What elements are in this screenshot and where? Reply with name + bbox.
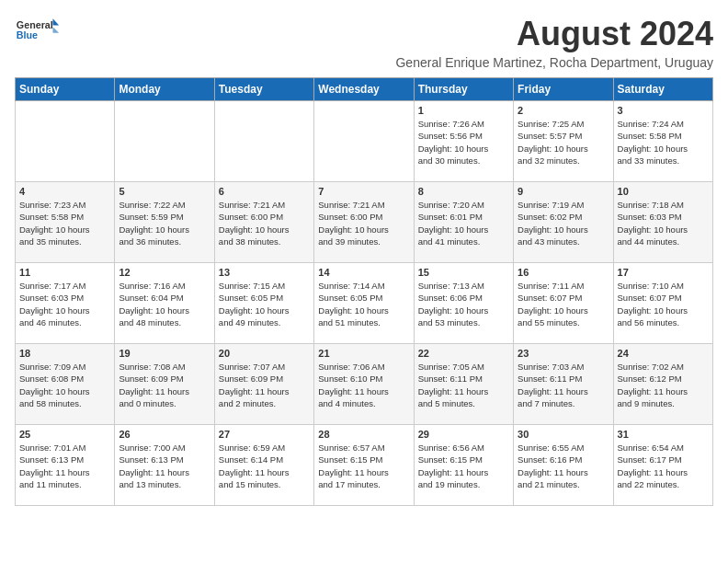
day-number: 13 — [219, 267, 310, 278]
day-number: 7 — [318, 186, 409, 197]
svg-text:Blue: Blue — [17, 29, 38, 40]
day-number: 20 — [219, 348, 310, 359]
day-info: Sunrise: 6:59 AM Sunset: 6:14 PM Dayligh… — [219, 442, 310, 490]
day-number: 10 — [618, 186, 709, 197]
calendar-cell: 10Sunrise: 7:18 AM Sunset: 6:03 PM Dayli… — [613, 182, 712, 263]
day-info: Sunrise: 7:00 AM Sunset: 6:13 PM Dayligh… — [119, 442, 210, 490]
calendar-cell: 18Sunrise: 7:09 AM Sunset: 6:08 PM Dayli… — [16, 344, 115, 425]
calendar-cell: 17Sunrise: 7:10 AM Sunset: 6:07 PM Dayli… — [613, 263, 712, 344]
weekday-header: Wednesday — [314, 78, 414, 101]
calendar-cell: 27Sunrise: 6:59 AM Sunset: 6:14 PM Dayli… — [214, 425, 313, 506]
day-number: 24 — [618, 348, 709, 359]
calendar-cell: 24Sunrise: 7:02 AM Sunset: 6:12 PM Dayli… — [613, 344, 712, 425]
weekday-header: Thursday — [414, 78, 513, 101]
day-info: Sunrise: 7:16 AM Sunset: 6:04 PM Dayligh… — [119, 280, 210, 328]
day-info: Sunrise: 6:57 AM Sunset: 6:15 PM Dayligh… — [318, 442, 409, 490]
calendar-week-row: 1Sunrise: 7:26 AM Sunset: 5:56 PM Daylig… — [16, 101, 713, 182]
calendar-cell: 21Sunrise: 7:06 AM Sunset: 6:10 PM Dayli… — [314, 344, 414, 425]
day-info: Sunrise: 7:06 AM Sunset: 6:10 PM Dayligh… — [318, 361, 409, 409]
day-number: 4 — [19, 186, 110, 197]
calendar-cell: 2Sunrise: 7:25 AM Sunset: 5:57 PM Daylig… — [514, 101, 613, 182]
day-info: Sunrise: 7:21 AM Sunset: 6:00 PM Dayligh… — [318, 199, 409, 247]
day-number: 19 — [119, 348, 210, 359]
calendar-cell: 4Sunrise: 7:23 AM Sunset: 5:58 PM Daylig… — [16, 182, 115, 263]
day-info: Sunrise: 7:07 AM Sunset: 6:09 PM Dayligh… — [219, 361, 310, 409]
weekday-header: Friday — [514, 78, 613, 101]
svg-marker-2 — [53, 18, 60, 25]
day-number: 1 — [418, 105, 509, 116]
day-info: Sunrise: 7:11 AM Sunset: 6:07 PM Dayligh… — [518, 280, 609, 328]
day-info: Sunrise: 7:02 AM Sunset: 6:12 PM Dayligh… — [618, 361, 709, 409]
calendar-week-row: 4Sunrise: 7:23 AM Sunset: 5:58 PM Daylig… — [16, 182, 713, 263]
day-number: 17 — [618, 267, 709, 278]
day-number: 12 — [119, 267, 210, 278]
calendar-cell: 28Sunrise: 6:57 AM Sunset: 6:15 PM Dayli… — [314, 425, 414, 506]
day-number: 30 — [518, 429, 609, 440]
day-info: Sunrise: 7:13 AM Sunset: 6:06 PM Dayligh… — [418, 280, 509, 328]
calendar-cell: 23Sunrise: 7:03 AM Sunset: 6:11 PM Dayli… — [514, 344, 613, 425]
calendar-cell: 19Sunrise: 7:08 AM Sunset: 6:09 PM Dayli… — [115, 344, 214, 425]
calendar-week-row: 18Sunrise: 7:09 AM Sunset: 6:08 PM Dayli… — [16, 344, 713, 425]
calendar-cell: 22Sunrise: 7:05 AM Sunset: 6:11 PM Dayli… — [414, 344, 513, 425]
calendar-cell: 8Sunrise: 7:20 AM Sunset: 6:01 PM Daylig… — [414, 182, 513, 263]
day-info: Sunrise: 7:09 AM Sunset: 6:08 PM Dayligh… — [19, 361, 110, 409]
day-info: Sunrise: 7:19 AM Sunset: 6:02 PM Dayligh… — [518, 199, 609, 247]
day-info: Sunrise: 7:03 AM Sunset: 6:11 PM Dayligh… — [518, 361, 609, 409]
day-info: Sunrise: 7:18 AM Sunset: 6:03 PM Dayligh… — [618, 199, 709, 247]
day-info: Sunrise: 7:20 AM Sunset: 6:01 PM Dayligh… — [418, 199, 509, 247]
day-number: 27 — [219, 429, 310, 440]
day-number: 14 — [318, 267, 409, 278]
calendar-cell: 14Sunrise: 7:14 AM Sunset: 6:05 PM Dayli… — [314, 263, 414, 344]
day-number: 5 — [119, 186, 210, 197]
day-info: Sunrise: 7:22 AM Sunset: 5:59 PM Dayligh… — [119, 199, 210, 247]
day-number: 9 — [518, 186, 609, 197]
calendar-cell: 25Sunrise: 7:01 AM Sunset: 6:13 PM Dayli… — [16, 425, 115, 506]
day-info: Sunrise: 7:15 AM Sunset: 6:05 PM Dayligh… — [219, 280, 310, 328]
day-number: 23 — [518, 348, 609, 359]
logo-svg: General Blue — [15, 15, 61, 50]
weekday-header: Tuesday — [214, 78, 313, 101]
day-number: 25 — [19, 429, 110, 440]
calendar-cell: 12Sunrise: 7:16 AM Sunset: 6:04 PM Dayli… — [115, 263, 214, 344]
calendar-cell: 16Sunrise: 7:11 AM Sunset: 6:07 PM Dayli… — [514, 263, 613, 344]
svg-text:General: General — [17, 19, 53, 30]
calendar-cell: 11Sunrise: 7:17 AM Sunset: 6:03 PM Dayli… — [16, 263, 115, 344]
calendar-table: SundayMondayTuesdayWednesdayThursdayFrid… — [15, 77, 713, 506]
weekday-header: Sunday — [16, 78, 115, 101]
day-number: 16 — [518, 267, 609, 278]
calendar-cell: 13Sunrise: 7:15 AM Sunset: 6:05 PM Dayli… — [214, 263, 313, 344]
calendar-cell — [314, 101, 414, 182]
calendar-cell: 31Sunrise: 6:54 AM Sunset: 6:17 PM Dayli… — [613, 425, 712, 506]
day-number: 3 — [618, 105, 709, 116]
calendar-cell: 9Sunrise: 7:19 AM Sunset: 6:02 PM Daylig… — [514, 182, 613, 263]
weekday-header: Saturday — [613, 78, 712, 101]
day-number: 8 — [418, 186, 509, 197]
month-title: August 2024 — [395, 15, 713, 53]
day-number: 31 — [618, 429, 709, 440]
calendar-cell: 29Sunrise: 6:56 AM Sunset: 6:15 PM Dayli… — [414, 425, 513, 506]
day-number: 15 — [418, 267, 509, 278]
day-info: Sunrise: 7:14 AM Sunset: 6:05 PM Dayligh… — [318, 280, 409, 328]
day-number: 26 — [119, 429, 210, 440]
day-info: Sunrise: 7:24 AM Sunset: 5:58 PM Dayligh… — [618, 118, 709, 167]
calendar-cell: 26Sunrise: 7:00 AM Sunset: 6:13 PM Dayli… — [115, 425, 214, 506]
calendar-cell: 7Sunrise: 7:21 AM Sunset: 6:00 PM Daylig… — [314, 182, 414, 263]
calendar-cell: 6Sunrise: 7:21 AM Sunset: 6:00 PM Daylig… — [214, 182, 313, 263]
calendar-cell — [115, 101, 214, 182]
day-info: Sunrise: 7:17 AM Sunset: 6:03 PM Dayligh… — [19, 280, 110, 328]
day-number: 28 — [318, 429, 409, 440]
calendar-cell: 20Sunrise: 7:07 AM Sunset: 6:09 PM Dayli… — [214, 344, 313, 425]
day-number: 22 — [418, 348, 509, 359]
day-info: Sunrise: 7:21 AM Sunset: 6:00 PM Dayligh… — [219, 199, 310, 247]
calendar-cell: 15Sunrise: 7:13 AM Sunset: 6:06 PM Dayli… — [414, 263, 513, 344]
calendar-cell: 30Sunrise: 6:55 AM Sunset: 6:16 PM Dayli… — [514, 425, 613, 506]
weekday-header: Monday — [115, 78, 214, 101]
day-number: 29 — [418, 429, 509, 440]
title-section: August 2024 General Enrique Martinez, Ro… — [395, 15, 713, 70]
day-number: 21 — [318, 348, 409, 359]
calendar-cell — [16, 101, 115, 182]
day-info: Sunrise: 7:08 AM Sunset: 6:09 PM Dayligh… — [119, 361, 210, 409]
day-info: Sunrise: 7:23 AM Sunset: 5:58 PM Dayligh… — [19, 199, 110, 247]
day-number: 18 — [19, 348, 110, 359]
day-info: Sunrise: 6:56 AM Sunset: 6:15 PM Dayligh… — [418, 442, 509, 490]
